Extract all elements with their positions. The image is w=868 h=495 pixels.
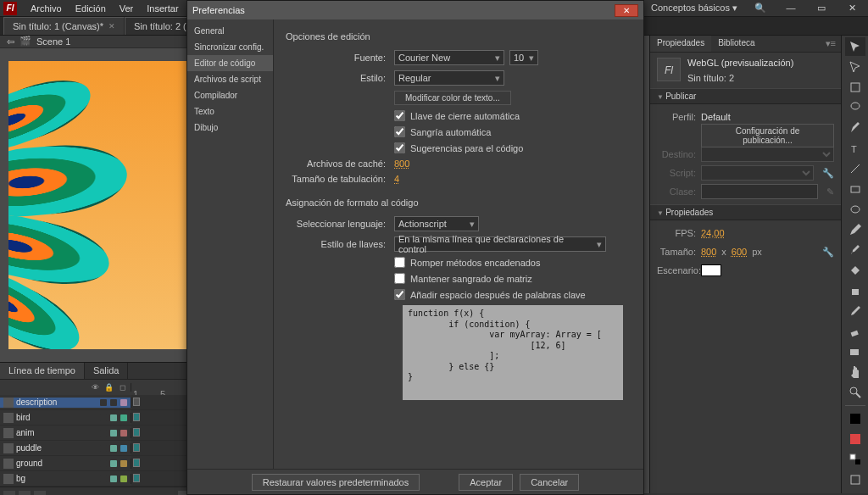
fill-color-icon[interactable] <box>845 430 865 448</box>
nav-script-files[interactable]: Archivos de script <box>187 71 273 87</box>
cache-files-value[interactable]: 800 <box>394 159 409 169</box>
window-close-icon[interactable]: ✕ <box>839 2 865 15</box>
section-properties[interactable]: Propiedades <box>650 204 841 220</box>
menu-ver[interactable]: Ver <box>113 1 141 16</box>
camera-tool-icon[interactable] <box>845 342 865 361</box>
line-tool-icon[interactable] <box>845 159 865 178</box>
restore-defaults-button[interactable]: Restaurar valores predeterminados <box>252 474 420 491</box>
svg-rect-14 <box>855 459 860 464</box>
svg-rect-7 <box>850 331 858 336</box>
dialog-titlebar[interactable]: Preferencias ✕ <box>187 1 643 19</box>
options-icon[interactable] <box>845 470 865 489</box>
font-style-select[interactable]: Regular <box>394 70 504 86</box>
app-logo: Fl <box>3 2 17 15</box>
text-color-button[interactable]: Modificar color de texto... <box>394 91 511 105</box>
pen-tool-icon[interactable] <box>845 119 865 137</box>
tab-properties[interactable]: Propiedades <box>650 36 711 52</box>
code-hints-checkbox[interactable] <box>394 142 405 153</box>
nav-sync[interactable]: Sincronizar config. <box>187 39 273 55</box>
nav-text[interactable]: Texto <box>187 103 273 120</box>
tab-timeline[interactable]: Línea de tiempo <box>0 363 85 379</box>
window-restore-icon[interactable]: ▭ <box>809 2 834 15</box>
fps-value[interactable]: 24,00 <box>701 228 725 238</box>
section-code-format: Asignación de formato al código <box>286 197 632 208</box>
nav-drawing[interactable]: Dibujo <box>187 120 273 136</box>
menu-archivo[interactable]: Archivo <box>24 1 69 16</box>
subselection-tool-icon[interactable] <box>845 58 865 76</box>
back-icon[interactable]: ⇦ <box>7 36 14 47</box>
svg-point-5 <box>851 206 860 213</box>
keep-array-indent-checkbox[interactable] <box>394 273 405 284</box>
section-publish[interactable]: Publicar <box>650 88 841 104</box>
font-select[interactable]: Courier New <box>394 50 504 65</box>
stroke-color-icon[interactable] <box>845 409 865 428</box>
dialog-close-button[interactable]: ✕ <box>615 4 638 17</box>
pencil-tool-icon[interactable] <box>845 220 865 239</box>
svg-point-9 <box>850 387 857 394</box>
svg-rect-13 <box>850 454 855 459</box>
new-folder-icon[interactable] <box>19 491 31 496</box>
nav-compiler[interactable]: Compilador <box>187 87 273 103</box>
width-value[interactable]: 800 <box>701 247 716 257</box>
selection-tool-icon[interactable] <box>845 37 865 56</box>
language-select[interactable]: Actionscript <box>394 216 479 231</box>
lock-icon[interactable]: 🔒 <box>103 383 114 392</box>
eraser-tool-icon[interactable] <box>845 322 865 341</box>
text-tool-icon[interactable]: T <box>845 139 865 158</box>
visibility-icon[interactable]: 👁 <box>90 383 100 392</box>
window-minimize-icon[interactable]: — <box>778 2 804 15</box>
brush-tool-icon[interactable] <box>845 241 865 259</box>
menu-edicion[interactable]: Edición <box>69 1 113 16</box>
menu-insertar[interactable]: Insertar <box>140 1 185 16</box>
doc-tab-1[interactable]: Sin título: 1 (Canvas)*✕ <box>3 17 125 35</box>
rectangle-tool-icon[interactable] <box>845 180 865 198</box>
svg-rect-4 <box>851 186 860 192</box>
layer-icon <box>3 413 14 423</box>
cancel-button[interactable]: Cancelar <box>520 474 579 491</box>
wrench-icon: 🔧 <box>822 168 834 179</box>
nav-general[interactable]: General <box>187 23 273 39</box>
eyedropper-icon[interactable] <box>845 302 865 320</box>
brace-style-select[interactable]: En la misma línea que declaraciones de c… <box>394 236 606 252</box>
tab-library[interactable]: Biblioteca <box>711 36 761 52</box>
wrench-icon[interactable]: 🔧 <box>822 247 834 258</box>
height-value[interactable]: 600 <box>732 247 747 257</box>
nav-code-editor[interactable]: Editor de código <box>187 55 273 71</box>
font-size-select[interactable]: 10 <box>509 50 538 65</box>
paint-bucket-icon[interactable] <box>845 261 865 280</box>
delete-layer-icon[interactable] <box>34 491 46 496</box>
oval-tool-icon[interactable] <box>845 200 865 219</box>
new-layer-icon[interactable] <box>3 491 15 496</box>
break-chained-checkbox[interactable] <box>394 257 405 268</box>
lasso-tool-icon[interactable] <box>845 98 865 117</box>
layer-icon <box>3 459 14 469</box>
workspace-selector[interactable]: Conceptos básicos ▾ <box>646 3 743 14</box>
auto-indent-checkbox[interactable] <box>394 126 405 137</box>
layer-icon <box>3 474 14 484</box>
tab-output[interactable]: Salida <box>85 363 129 379</box>
right-panels: Propiedades Biblioteca ▾≡ Fl WebGL (prev… <box>649 36 841 493</box>
scene-name[interactable]: Scene 1 <box>36 36 70 47</box>
artwork-feather <box>8 68 98 156</box>
dialog-content: Opciones de edición Fuente:Courier New10… <box>274 19 643 469</box>
svg-rect-0 <box>851 83 860 92</box>
ink-bottle-icon[interactable] <box>845 281 865 300</box>
svg-line-10 <box>856 393 860 398</box>
zoom-tool-icon[interactable] <box>845 383 865 402</box>
dialog-nav: General Sincronizar config. Editor de có… <box>187 19 274 469</box>
space-after-keywords-checkbox[interactable] <box>394 289 405 300</box>
publish-settings-button[interactable]: Configuración de publicación... <box>701 124 834 147</box>
free-transform-icon[interactable] <box>845 78 865 97</box>
canvas[interactable] <box>8 61 195 349</box>
tab-size-value[interactable]: 4 <box>394 174 399 184</box>
search-icon[interactable]: 🔍 <box>748 2 773 15</box>
outline-icon[interactable]: ◻ <box>117 383 127 392</box>
auto-close-brace-checkbox[interactable] <box>394 110 405 121</box>
ok-button[interactable]: Aceptar <box>459 474 513 491</box>
document-type: WebGL (previsualización) <box>687 58 793 68</box>
stage-color-swatch[interactable] <box>701 264 721 276</box>
close-icon[interactable]: ✕ <box>108 22 115 31</box>
hand-tool-icon[interactable] <box>845 363 865 381</box>
panel-menu-icon[interactable]: ▾≡ <box>821 36 841 52</box>
swap-colors-icon[interactable] <box>845 450 865 469</box>
